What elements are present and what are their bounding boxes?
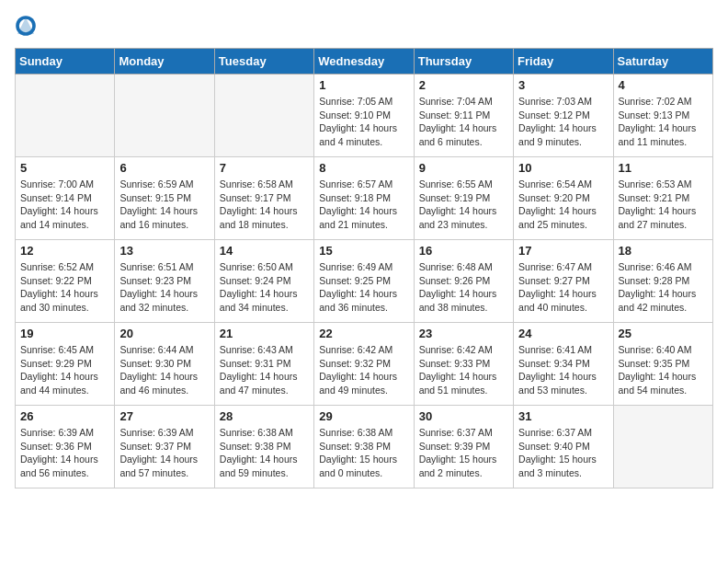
- day-number: 4: [619, 78, 708, 92]
- calendar-cell: 24Sunrise: 6:41 AM Sunset: 9:34 PM Dayli…: [514, 323, 613, 406]
- day-info: Sunrise: 7:00 AM Sunset: 9:14 PM Dayligh…: [20, 178, 109, 232]
- day-number: 2: [419, 78, 508, 92]
- calendar-cell: 19Sunrise: 6:45 AM Sunset: 9:29 PM Dayli…: [16, 323, 115, 406]
- calendar-cell: 29Sunrise: 6:38 AM Sunset: 9:38 PM Dayli…: [314, 406, 414, 488]
- logo-icon: [15, 15, 37, 37]
- day-info: Sunrise: 6:58 AM Sunset: 9:17 PM Dayligh…: [220, 178, 309, 232]
- day-info: Sunrise: 6:42 AM Sunset: 9:33 PM Dayligh…: [419, 343, 508, 397]
- calendar-cell: [214, 75, 313, 157]
- calendar-cell: 27Sunrise: 6:39 AM Sunset: 9:37 PM Dayli…: [115, 406, 214, 488]
- day-info: Sunrise: 6:50 AM Sunset: 9:24 PM Dayligh…: [220, 260, 309, 315]
- day-info: Sunrise: 6:46 AM Sunset: 9:28 PM Dayligh…: [619, 260, 708, 315]
- day-info: Sunrise: 6:55 AM Sunset: 9:19 PM Dayligh…: [419, 178, 508, 232]
- calendar-cell: 21Sunrise: 6:43 AM Sunset: 9:31 PM Dayli…: [214, 323, 313, 406]
- calendar-cell: 30Sunrise: 6:37 AM Sunset: 9:39 PM Dayli…: [414, 406, 513, 488]
- calendar-cell: 13Sunrise: 6:51 AM Sunset: 9:23 PM Dayli…: [115, 240, 214, 323]
- weekday-header-friday: Friday: [514, 49, 613, 75]
- day-number: 5: [20, 161, 109, 175]
- calendar-cell: 9Sunrise: 6:55 AM Sunset: 9:19 PM Daylig…: [414, 157, 513, 240]
- day-number: 10: [518, 161, 608, 175]
- logo: [15, 15, 40, 37]
- day-number: 15: [319, 244, 408, 258]
- page-header: [15, 15, 713, 37]
- calendar-cell: 28Sunrise: 6:38 AM Sunset: 9:38 PM Dayli…: [214, 406, 313, 488]
- day-number: 29: [319, 409, 408, 423]
- calendar-cell: 26Sunrise: 6:39 AM Sunset: 9:36 PM Dayli…: [16, 406, 115, 488]
- day-number: 8: [319, 161, 408, 175]
- day-number: 9: [419, 161, 508, 175]
- day-number: 16: [419, 244, 508, 258]
- calendar-cell: 6Sunrise: 6:59 AM Sunset: 9:15 PM Daylig…: [115, 157, 214, 240]
- calendar-cell: 22Sunrise: 6:42 AM Sunset: 9:32 PM Dayli…: [314, 323, 414, 406]
- calendar-table: SundayMondayTuesdayWednesdayThursdayFrid…: [15, 48, 713, 488]
- weekday-header-wednesday: Wednesday: [314, 49, 414, 75]
- calendar-cell: 17Sunrise: 6:47 AM Sunset: 9:27 PM Dayli…: [514, 240, 613, 323]
- day-info: Sunrise: 6:47 AM Sunset: 9:27 PM Dayligh…: [518, 260, 608, 315]
- day-info: Sunrise: 6:43 AM Sunset: 9:31 PM Dayligh…: [220, 343, 309, 397]
- calendar-cell: 7Sunrise: 6:58 AM Sunset: 9:17 PM Daylig…: [214, 157, 313, 240]
- day-number: 26: [20, 409, 109, 423]
- day-number: 12: [20, 244, 109, 258]
- calendar-cell: 1Sunrise: 7:05 AM Sunset: 9:10 PM Daylig…: [314, 75, 414, 157]
- calendar-cell: 12Sunrise: 6:52 AM Sunset: 9:22 PM Dayli…: [16, 240, 115, 323]
- calendar-cell: 14Sunrise: 6:50 AM Sunset: 9:24 PM Dayli…: [214, 240, 313, 323]
- calendar-cell: [16, 75, 115, 157]
- day-number: 17: [518, 244, 608, 258]
- calendar-cell: 4Sunrise: 7:02 AM Sunset: 9:13 PM Daylig…: [613, 75, 712, 157]
- day-number: 13: [119, 244, 209, 258]
- day-info: Sunrise: 6:44 AM Sunset: 9:30 PM Dayligh…: [119, 343, 209, 397]
- day-info: Sunrise: 6:37 AM Sunset: 9:40 PM Dayligh…: [518, 426, 608, 480]
- calendar-cell: 23Sunrise: 6:42 AM Sunset: 9:33 PM Dayli…: [414, 323, 513, 406]
- day-number: 27: [119, 409, 209, 423]
- day-info: Sunrise: 6:57 AM Sunset: 9:18 PM Dayligh…: [319, 178, 408, 232]
- calendar-cell: 20Sunrise: 6:44 AM Sunset: 9:30 PM Dayli…: [115, 323, 214, 406]
- day-number: 22: [319, 327, 408, 340]
- day-number: 23: [419, 327, 508, 340]
- calendar-cell: 25Sunrise: 6:40 AM Sunset: 9:35 PM Dayli…: [613, 323, 712, 406]
- calendar-cell: 15Sunrise: 6:49 AM Sunset: 9:25 PM Dayli…: [314, 240, 414, 323]
- calendar-cell: 10Sunrise: 6:54 AM Sunset: 9:20 PM Dayli…: [514, 157, 613, 240]
- day-number: 30: [419, 409, 508, 423]
- day-info: Sunrise: 6:38 AM Sunset: 9:38 PM Dayligh…: [319, 426, 408, 480]
- day-number: 20: [119, 327, 209, 340]
- calendar-cell: 31Sunrise: 6:37 AM Sunset: 9:40 PM Dayli…: [514, 406, 613, 488]
- day-info: Sunrise: 6:38 AM Sunset: 9:38 PM Dayligh…: [220, 426, 309, 480]
- calendar-cell: 8Sunrise: 6:57 AM Sunset: 9:18 PM Daylig…: [314, 157, 414, 240]
- day-info: Sunrise: 6:59 AM Sunset: 9:15 PM Dayligh…: [119, 178, 209, 232]
- day-info: Sunrise: 6:48 AM Sunset: 9:26 PM Dayligh…: [419, 260, 508, 315]
- day-number: 7: [220, 161, 309, 175]
- day-info: Sunrise: 6:41 AM Sunset: 9:34 PM Dayligh…: [518, 343, 608, 397]
- calendar-cell: 18Sunrise: 6:46 AM Sunset: 9:28 PM Dayli…: [613, 240, 712, 323]
- day-info: Sunrise: 6:51 AM Sunset: 9:23 PM Dayligh…: [119, 260, 209, 315]
- day-info: Sunrise: 7:02 AM Sunset: 9:13 PM Dayligh…: [619, 95, 708, 149]
- day-number: 18: [619, 244, 708, 258]
- day-number: 3: [518, 78, 608, 92]
- calendar-cell: 5Sunrise: 7:00 AM Sunset: 9:14 PM Daylig…: [16, 157, 115, 240]
- day-number: 1: [319, 78, 408, 92]
- day-number: 14: [220, 244, 309, 258]
- day-info: Sunrise: 7:04 AM Sunset: 9:11 PM Dayligh…: [419, 95, 508, 149]
- day-info: Sunrise: 6:53 AM Sunset: 9:21 PM Dayligh…: [619, 178, 708, 232]
- calendar-cell: [613, 406, 712, 488]
- day-info: Sunrise: 7:05 AM Sunset: 9:10 PM Dayligh…: [319, 95, 408, 149]
- day-info: Sunrise: 7:03 AM Sunset: 9:12 PM Dayligh…: [518, 95, 608, 149]
- day-number: 11: [619, 161, 708, 175]
- day-number: 24: [518, 327, 608, 340]
- day-info: Sunrise: 6:54 AM Sunset: 9:20 PM Dayligh…: [518, 178, 608, 232]
- weekday-header-thursday: Thursday: [414, 49, 513, 75]
- calendar-cell: 2Sunrise: 7:04 AM Sunset: 9:11 PM Daylig…: [414, 75, 513, 157]
- day-info: Sunrise: 6:37 AM Sunset: 9:39 PM Dayligh…: [419, 426, 508, 480]
- day-number: 31: [518, 409, 608, 423]
- calendar-cell: 3Sunrise: 7:03 AM Sunset: 9:12 PM Daylig…: [514, 75, 613, 157]
- day-info: Sunrise: 6:39 AM Sunset: 9:36 PM Dayligh…: [20, 426, 109, 480]
- day-number: 19: [20, 327, 109, 340]
- weekday-header-sunday: Sunday: [16, 49, 115, 75]
- day-info: Sunrise: 6:42 AM Sunset: 9:32 PM Dayligh…: [319, 343, 408, 397]
- calendar-cell: 11Sunrise: 6:53 AM Sunset: 9:21 PM Dayli…: [613, 157, 712, 240]
- day-info: Sunrise: 6:39 AM Sunset: 9:37 PM Dayligh…: [119, 426, 209, 480]
- day-info: Sunrise: 6:49 AM Sunset: 9:25 PM Dayligh…: [319, 260, 408, 315]
- day-number: 21: [220, 327, 309, 340]
- weekday-header-tuesday: Tuesday: [214, 49, 313, 75]
- weekday-header-monday: Monday: [115, 49, 214, 75]
- calendar-cell: 16Sunrise: 6:48 AM Sunset: 9:26 PM Dayli…: [414, 240, 513, 323]
